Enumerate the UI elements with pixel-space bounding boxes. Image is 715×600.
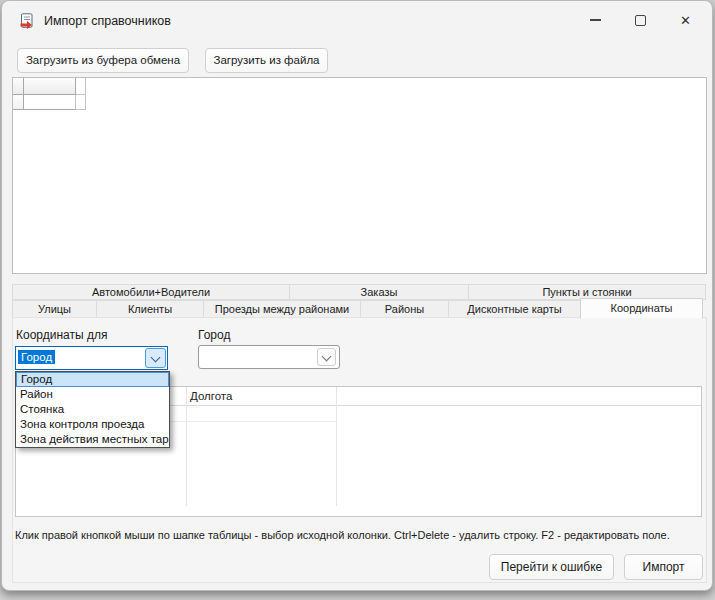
load-from-clipboard-button[interactable]: Загрузить из буфера обмена [17, 48, 189, 73]
tab-diskontnye-karty[interactable]: Дисконтные карты [448, 300, 581, 318]
window-title: Импорт справочников [44, 14, 171, 28]
dropdown-item-stoyanka[interactable]: Стоянка [16, 402, 169, 417]
goto-error-button[interactable]: Перейти к ошибке [489, 554, 614, 580]
load-from-file-button[interactable]: Загрузить из файла [205, 48, 328, 73]
reference-tabs: Автомобили+Водители Заказы Пункты и стоя… [12, 284, 707, 319]
grid-corner-cell [13, 78, 24, 95]
tab-ulitsy[interactable]: Улицы [12, 300, 97, 318]
dropdown-item-zona-deystviya[interactable]: Зона действия местных тар [16, 432, 169, 447]
import-document-icon [19, 13, 35, 29]
window-controls: ✕ [573, 1, 708, 39]
import-button[interactable]: Импорт [624, 554, 703, 580]
tab-zakazy[interactable]: Заказы [289, 284, 469, 300]
grid-empty-cell-2[interactable] [76, 95, 86, 110]
city-combobox-dropdown-button[interactable] [317, 348, 336, 366]
table-grid-line [186, 387, 187, 506]
dropdown-item-zona-kontrolya[interactable]: Зона контроля проезда [16, 417, 169, 432]
dropdown-item-gorod[interactable]: Город [16, 372, 169, 387]
close-button[interactable]: ✕ [663, 1, 708, 39]
city-combobox[interactable] [198, 345, 340, 369]
combobox-selected-value: Город [18, 350, 55, 364]
tab-koordinaty[interactable]: Координаты [580, 298, 703, 319]
chevron-down-icon [322, 352, 332, 362]
tab-proezdy-mezhdu-rayonami[interactable]: Проезды между районами [203, 300, 361, 318]
source-data-grid[interactable] [12, 77, 707, 274]
minimize-button[interactable] [573, 1, 618, 39]
grid-empty-cell[interactable] [24, 95, 76, 110]
title-bar: Импорт справочников ✕ [2, 1, 712, 41]
tab-klienty[interactable]: Клиенты [96, 300, 204, 318]
grid-column-header[interactable] [24, 78, 76, 95]
grid-column-header-2[interactable] [76, 78, 86, 95]
coordinates-for-dropdown-list: Город Район Стоянка Зона контроля проезд… [15, 371, 170, 448]
coordinates-for-label: Координаты для [16, 328, 107, 342]
table-grid-line [336, 387, 337, 506]
combobox-dropdown-button[interactable] [145, 348, 166, 368]
maximize-icon [635, 15, 646, 26]
maximize-button[interactable] [618, 1, 663, 39]
tab-rayony[interactable]: Районы [360, 300, 449, 318]
tab-avtomobili-voditeli[interactable]: Автомобили+Водители [12, 284, 290, 300]
longitude-column-header[interactable]: Долгота [190, 390, 232, 402]
city-label: Город [198, 328, 230, 342]
import-dialog-window: Импорт справочников ✕ Загрузить из буфер… [1, 0, 713, 591]
coordinates-for-combobox[interactable]: Город [15, 346, 168, 370]
close-icon: ✕ [680, 14, 691, 27]
usage-hint-text: Клик правой кнопкой мыши по шапке таблиц… [15, 529, 710, 541]
dropdown-item-rayon[interactable]: Район [16, 387, 169, 402]
minimize-icon [590, 19, 601, 20]
chevron-down-icon [151, 353, 161, 363]
grid-row-header[interactable] [13, 95, 24, 110]
